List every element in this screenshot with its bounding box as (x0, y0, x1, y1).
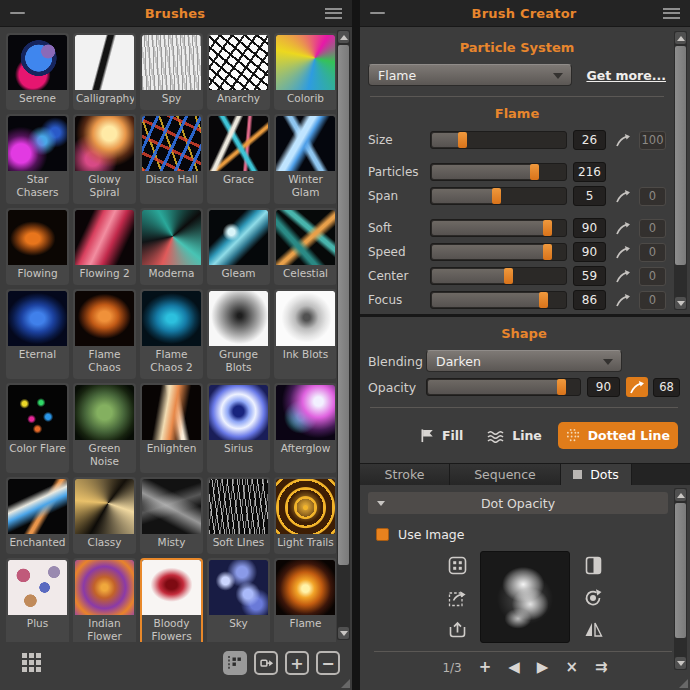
use-image-row[interactable]: Use Image (376, 527, 690, 542)
add-page-icon[interactable]: + (479, 660, 492, 675)
brush-tile[interactable]: Flame (274, 558, 336, 642)
brush-tile[interactable]: Plus (6, 558, 69, 642)
frames-icon[interactable] (447, 555, 467, 575)
slider-handle[interactable] (492, 188, 501, 204)
brush-tile[interactable]: Celestial (274, 208, 336, 285)
pressure-value-box[interactable]: 0 (639, 267, 666, 286)
remove-brush-button[interactable]: − (316, 651, 340, 675)
mode-line-button[interactable]: Line (479, 422, 550, 449)
brush-tile[interactable]: Ink Blots (274, 289, 336, 379)
brush-tile[interactable]: Anarchy (207, 33, 270, 110)
dot-opacity-header[interactable]: Dot Opacity (368, 492, 668, 514)
tab-stroke[interactable]: Stroke (360, 464, 450, 485)
dot-image-preview[interactable] (480, 551, 570, 643)
brush-tile[interactable]: Disco Hall (140, 114, 203, 204)
particle-scrollbar[interactable] (674, 31, 687, 310)
slider-value-box[interactable]: 90 (573, 242, 606, 262)
brush-tile[interactable]: Green Noise (73, 383, 136, 473)
brush-tile[interactable]: Grace (207, 114, 270, 204)
pressure-icon[interactable] (612, 314, 634, 317)
slider-value-box[interactable]: 90 (587, 377, 620, 397)
invert-icon[interactable] (583, 555, 603, 575)
brush-tile[interactable]: Spy (140, 33, 203, 110)
scrollbar-thumb[interactable] (338, 45, 349, 565)
slider-handle[interactable] (543, 220, 552, 236)
pressure-icon[interactable] (612, 130, 634, 150)
pressure-value-box[interactable]: 0 (639, 243, 666, 262)
slider-handle[interactable] (519, 316, 528, 317)
brush-tile[interactable]: Flowing (6, 208, 69, 285)
pressure-icon[interactable] (612, 290, 634, 310)
prev-page-icon[interactable]: ◀ (508, 660, 520, 675)
brush-tile[interactable]: Flame Chaos 2 (140, 289, 203, 379)
brush-tile[interactable]: Eternal (6, 289, 69, 379)
brush-tile[interactable]: Moderna (140, 208, 203, 285)
brush-tile[interactable]: Star Chasers (6, 114, 69, 204)
scroll-down-button[interactable] (338, 627, 349, 639)
hamburger-menu-icon[interactable] (663, 8, 680, 19)
brush-tile[interactable]: Glowy Spiral (73, 114, 136, 204)
brush-tile[interactable]: Soft LInes (207, 477, 270, 554)
brush-tile[interactable]: Serene (6, 33, 69, 110)
brush-tile[interactable]: Winter Glam (274, 114, 336, 204)
brush-list-scrollbar[interactable] (337, 30, 350, 640)
slider-value-box[interactable]: 86 (573, 290, 606, 310)
brush-tile[interactable]: Gleam (207, 208, 270, 285)
slider-handle[interactable] (539, 292, 548, 308)
add-brush-button[interactable]: + (285, 651, 309, 675)
scroll-up-button[interactable] (675, 32, 686, 44)
slider-value-box[interactable]: 216 (573, 162, 606, 182)
tab-dots[interactable]: Dots (561, 464, 632, 485)
scrollbar-thumb[interactable] (675, 46, 686, 265)
scroll-down-button[interactable] (675, 657, 686, 669)
brush-tile[interactable]: Sky (207, 558, 270, 642)
grid-view-icon[interactable] (20, 651, 44, 675)
pressure-value-box[interactable]: 0 (639, 291, 666, 310)
scroll-down-button[interactable] (675, 297, 686, 309)
brush-tile[interactable]: Classy (73, 477, 136, 554)
minimize-icon[interactable] (10, 12, 25, 14)
scroll-up-button[interactable] (338, 31, 349, 43)
pressure-value-box[interactable]: 0 (639, 315, 666, 318)
shuffle-pages-icon[interactable]: ⇉ (595, 660, 608, 675)
resize-grip[interactable] (341, 679, 350, 688)
next-page-icon[interactable]: ▶ (537, 660, 549, 675)
brush-tile[interactable]: Enlighten (140, 383, 203, 473)
brush-tile[interactable]: Calligraphy (73, 33, 136, 110)
pressure-icon[interactable] (626, 377, 648, 397)
slider-track[interactable] (430, 163, 567, 181)
pressure-icon[interactable] (612, 242, 634, 262)
scrollbar-thumb[interactable] (675, 503, 686, 638)
brush-tile[interactable]: Color Flare (6, 383, 69, 473)
use-image-checkbox[interactable] (376, 528, 389, 541)
scroll-up-button[interactable] (675, 489, 686, 501)
minimize-icon[interactable] (370, 12, 385, 14)
panel-list-button[interactable] (223, 651, 247, 675)
slider-value-box[interactable]: 26 (573, 130, 606, 150)
slider-track[interactable] (426, 378, 581, 396)
mode-fill-button[interactable]: Fill (412, 422, 471, 449)
brush-tile[interactable]: Misty (140, 477, 203, 554)
import-image-icon[interactable] (447, 619, 467, 639)
pressure-icon[interactable] (612, 218, 634, 238)
slider-value-box[interactable]: 70 (573, 314, 606, 317)
pressure-icon[interactable] (612, 266, 634, 286)
slider-track[interactable] (430, 219, 567, 237)
get-more-link[interactable]: Get more... (586, 68, 666, 83)
slider-value-box[interactable]: 5 (573, 186, 606, 206)
slider-value-box[interactable]: 90 (573, 218, 606, 238)
brush-tile[interactable]: Bloody Flowers (140, 558, 203, 642)
export-selection-icon[interactable] (447, 587, 467, 607)
slider-handle[interactable] (543, 244, 552, 260)
slider-track[interactable] (430, 243, 567, 261)
particle-system-dropdown[interactable]: Flame (368, 64, 572, 86)
blending-dropdown[interactable]: Darken (426, 350, 622, 372)
brush-tile[interactable]: Enchanted (6, 477, 69, 554)
slider-handle[interactable] (504, 268, 513, 284)
dots-scrollbar[interactable] (674, 488, 687, 670)
slider-handle[interactable] (458, 132, 467, 148)
slider-value-box[interactable]: 59 (573, 266, 606, 286)
brush-tile[interactable]: Colorib (274, 33, 336, 110)
flip-horizontal-icon[interactable] (583, 619, 603, 639)
slider-handle[interactable] (557, 379, 566, 395)
